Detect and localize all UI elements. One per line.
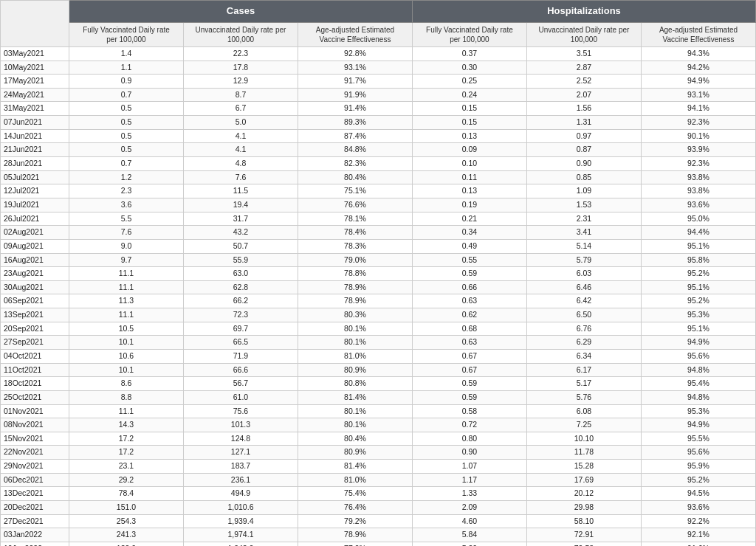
week-cell: 06Dec2021: [1, 473, 69, 487]
week-cell: 19Jul2021: [1, 198, 69, 212]
data-cell: 80.1%: [298, 404, 412, 418]
data-cell: 95.3%: [641, 308, 755, 322]
week-cell: 01Nov2021: [1, 404, 69, 418]
data-cell: 11.1: [69, 267, 183, 281]
data-cell: 1,010.6: [183, 501, 298, 515]
week-cell: 27Sep2021: [1, 336, 69, 350]
data-cell: 62.8: [183, 280, 298, 294]
week-cell: 24May2021: [1, 88, 69, 102]
cases-group-header: Cases: [69, 1, 412, 23]
data-cell: 0.15: [412, 116, 526, 130]
data-cell: 77.9%: [298, 542, 412, 546]
data-cell: 1.09: [526, 184, 641, 198]
data-cell: 9.0: [69, 239, 183, 253]
hosp-col3-header: Age-adjusted EstimatedVaccine Effectiven…: [641, 22, 755, 46]
data-cell: 11.5: [183, 184, 298, 198]
data-cell: 5.76: [526, 390, 641, 404]
data-cell: 1.33: [412, 487, 526, 501]
data-cell: 0.15: [412, 102, 526, 116]
week-cell: 06Sep2021: [1, 294, 69, 308]
data-cell: 95.3%: [641, 404, 755, 418]
data-cell: 80.1%: [298, 418, 412, 432]
week-cell: 13Sep2021: [1, 308, 69, 322]
data-cell: 94.9%: [641, 336, 755, 350]
data-cell: 94.8%: [641, 363, 755, 377]
data-cell: 93.8%: [641, 170, 755, 184]
data-cell: 5.0: [183, 116, 298, 130]
data-cell: 95.0%: [641, 212, 755, 226]
data-cell: 95.9%: [641, 460, 755, 474]
data-cell: 0.67: [412, 363, 526, 377]
week-cell: 04Oct2021: [1, 349, 69, 363]
data-cell: 90.1%: [641, 129, 755, 143]
data-cell: 17.8: [183, 61, 298, 75]
data-cell: 0.90: [412, 446, 526, 460]
week-cell: 29Nov2021: [1, 460, 69, 474]
data-cell: 22.3: [183, 46, 298, 61]
data-cell: 1.53: [526, 198, 641, 212]
data-cell: 6.76: [526, 322, 641, 336]
data-cell: 0.59: [412, 267, 526, 281]
data-cell: 70.58: [526, 542, 641, 546]
data-cell: 4.60: [412, 514, 526, 528]
data-cell: 95.1%: [641, 322, 755, 336]
data-cell: 5.5: [69, 212, 183, 226]
data-cell: 93.1%: [641, 88, 755, 102]
data-cell: 5.14: [526, 239, 641, 253]
data-cell: 8.6: [69, 377, 183, 391]
data-cell: 72.3: [183, 308, 298, 322]
data-cell: 29.98: [526, 501, 641, 515]
data-cell: 236.1: [183, 473, 298, 487]
data-cell: 76.6%: [298, 198, 412, 212]
data-cell: 11.1: [69, 404, 183, 418]
data-cell: 17.2: [69, 446, 183, 460]
week-cell: 14Jun2021: [1, 129, 69, 143]
data-cell: 10.5: [69, 322, 183, 336]
data-cell: 0.55: [412, 253, 526, 267]
data-cell: 0.85: [526, 170, 641, 184]
cases-col3-header: Age-adjusted EstimatedVaccine Effectiven…: [298, 22, 412, 46]
data-cell: 31.7: [183, 212, 298, 226]
week-cell: 30Aug2021: [1, 280, 69, 294]
data-cell: 93.6%: [641, 501, 755, 515]
week-cell: 22Nov2021: [1, 446, 69, 460]
data-cell: 92.1%: [641, 528, 755, 542]
data-cell: 11.78: [526, 446, 641, 460]
data-cell: 6.46: [526, 280, 641, 294]
data-cell: 12.9: [183, 75, 298, 89]
week-cell: 17May2021: [1, 75, 69, 89]
data-cell: 94.3%: [641, 46, 755, 61]
data-cell: 6.03: [526, 267, 641, 281]
data-cell: 69.7: [183, 322, 298, 336]
data-cell: 151.0: [69, 501, 183, 515]
data-cell: 50.7: [183, 239, 298, 253]
data-cell: 66.5: [183, 336, 298, 350]
data-cell: 80.4%: [298, 432, 412, 446]
data-cell: 94.9%: [641, 75, 755, 89]
data-cell: 0.10: [412, 157, 526, 171]
data-cell: 95.2%: [641, 473, 755, 487]
data-cell: 55.9: [183, 253, 298, 267]
data-cell: 66.2: [183, 294, 298, 308]
week-cell: 20Dec2021: [1, 501, 69, 515]
data-cell: 17.69: [526, 473, 641, 487]
data-cell: 79.2%: [298, 514, 412, 528]
data-cell: 1.31: [526, 116, 641, 130]
hosp-col1-header: Fully Vaccinated Daily rateper 100,000: [412, 22, 526, 46]
data-cell: 0.37: [412, 46, 526, 61]
data-cell: 0.21: [412, 212, 526, 226]
data-cell: 3.51: [526, 46, 641, 61]
data-cell: 29.2: [69, 473, 183, 487]
data-cell: 6.50: [526, 308, 641, 322]
data-cell: 58.10: [526, 514, 641, 528]
data-cell: 81.0%: [298, 349, 412, 363]
data-cell: 95.2%: [641, 294, 755, 308]
data-cell: 0.13: [412, 129, 526, 143]
week-cell: 31May2021: [1, 102, 69, 116]
data-cell: 11.1: [69, 308, 183, 322]
data-cell: 8.8: [69, 390, 183, 404]
data-cell: 95.6%: [641, 446, 755, 460]
week-cell: 05Jul2021: [1, 170, 69, 184]
data-cell: 91.7%: [298, 75, 412, 89]
data-cell: 95.2%: [641, 267, 755, 281]
